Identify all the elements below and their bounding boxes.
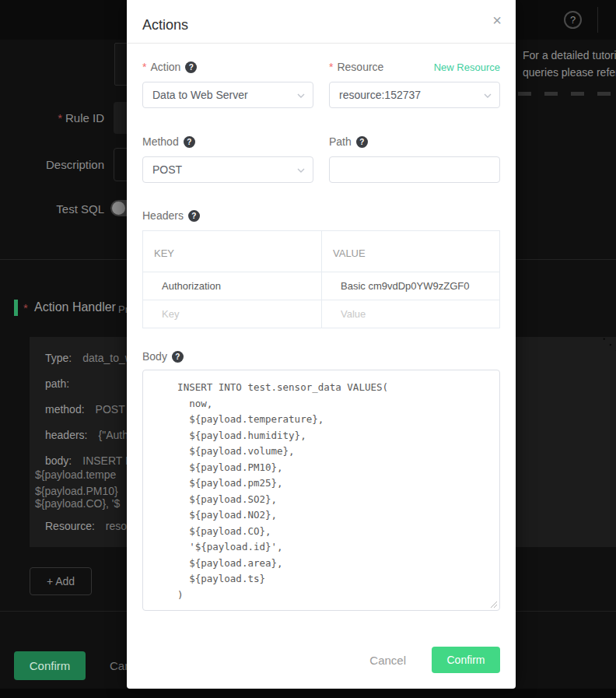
path-label-row: Path ? [329, 134, 500, 149]
card-line-type: Type:data_to_w [45, 352, 133, 364]
method-path-labels: Method ? Path ? [142, 134, 500, 149]
help-icon[interactable]: ? [184, 136, 195, 148]
chevron-down-icon [296, 91, 306, 100]
path-label: Path [329, 135, 352, 148]
help-icon[interactable]: ? [188, 210, 200, 222]
body-label-row: Body ? [142, 349, 500, 364]
confirm-button[interactable]: Confirm [432, 647, 500, 673]
diagonal-marks [599, 329, 616, 376]
chevron-down-icon [296, 166, 306, 175]
actions-modal: Actions × * Action ? * Resource New Reso… [127, 0, 516, 689]
action-select-value: Data to Web Server [152, 89, 248, 101]
modal-footer: Cancel Confirm [142, 647, 500, 673]
value-column-header: VALUE [321, 231, 499, 272]
card-line-method: method:POST [45, 403, 125, 416]
path-input[interactable] [329, 156, 500, 183]
card-line-resource: Resource:resou [45, 520, 133, 532]
help-icon[interactable]: ? [564, 11, 582, 29]
help-icon[interactable]: ? [172, 351, 184, 363]
action-label: Action [150, 61, 180, 73]
resource-label-row: * Resource New Resource [329, 59, 500, 75]
test-sql-label: Test SQL [0, 202, 104, 216]
modal-body: * Action ? * Resource New Resource Data … [127, 44, 516, 689]
help-icon[interactable]: ? [185, 61, 197, 73]
method-select-value: POST [152, 163, 182, 176]
required-asterisk: * [329, 61, 333, 73]
table-row: Authorization Basic cm9vdDp0YW9zZGF0 [143, 272, 499, 300]
method-path-inputs: POST [142, 156, 500, 183]
required-asterisk: * [58, 111, 62, 125]
navbar-divider [597, 7, 598, 33]
method-select[interactable]: POST [142, 156, 313, 183]
method-label-row: Method ? [142, 134, 313, 149]
header-value-cell[interactable]: Basic cm9vdDp0YW9zZGF0 [321, 272, 499, 300]
new-header-key-input[interactable] [162, 308, 310, 320]
resource-label: Resource [337, 61, 383, 73]
card-line-path: path: [45, 377, 80, 390]
body-editor-wrap: INSERT INTO test.sensor_data VALUES( now… [142, 370, 500, 611]
card-line-headers: headers:{"Auth [45, 429, 128, 441]
resource-select-value: resource:152737 [339, 89, 421, 101]
header-key-cell[interactable]: Authorization [143, 272, 321, 300]
toggle-knob [112, 202, 125, 215]
tutorial-line-2: queries please refer to [523, 64, 616, 81]
close-icon[interactable]: × [492, 12, 502, 28]
headers-table: KEY VALUE Authorization Basic cm9vdDp0YW… [142, 230, 500, 328]
key-column-header: KEY [143, 231, 321, 272]
required-asterisk: * [142, 61, 146, 73]
card-body-wrapped-1: ${payload.tempe [35, 468, 116, 481]
tutorial-text: For a detailed tutorial queries please r… [523, 47, 616, 81]
action-resource-inputs: Data to Web Server resource:152737 [142, 82, 500, 108]
tutorial-line-1: For a detailed tutorial [523, 47, 616, 64]
resize-handle-icon[interactable] [488, 599, 498, 609]
rule-id-label: *Rule ID [0, 111, 104, 125]
description-label: Description [0, 158, 104, 171]
resource-select[interactable]: resource:152737 [329, 82, 500, 108]
modal-header: Actions × [127, 0, 516, 44]
dashed-separator [518, 92, 616, 96]
page-bottom-strip [0, 689, 616, 698]
page-confirm-button[interactable]: Confirm [14, 651, 86, 680]
card-body-wrapped-3: ${payload.CO}, '$ [35, 497, 120, 510]
action-select[interactable]: Data to Web Server [142, 82, 313, 108]
section-accent-bar [14, 300, 18, 316]
body-label: Body [142, 350, 167, 363]
modal-title: Actions [142, 17, 188, 33]
chevron-down-icon [483, 91, 492, 100]
action-label-row: * Action ? [142, 59, 313, 75]
action-handler-title: Action Handler [34, 300, 116, 314]
add-action-button[interactable]: + Add [30, 567, 92, 595]
body-textarea[interactable]: INSERT INTO test.sensor_data VALUES( now… [142, 370, 500, 611]
table-row-new [143, 300, 499, 328]
required-asterisk: * [23, 301, 28, 314]
action-resource-labels: * Action ? * Resource New Resource [142, 59, 500, 75]
card-body-wrapped-2: ${payload.PM10} [35, 485, 118, 497]
help-icon[interactable]: ? [356, 136, 368, 148]
new-header-value-input[interactable] [341, 308, 488, 320]
headers-label: Headers [142, 209, 184, 222]
headers-label-row: Headers ? [142, 208, 500, 223]
card-line-body: body:INSERT IN [45, 454, 136, 467]
headers-table-head: KEY VALUE [143, 231, 499, 272]
method-label: Method [142, 135, 179, 148]
cancel-button[interactable]: Cancel [369, 654, 406, 667]
new-resource-link[interactable]: New Resource [434, 61, 500, 73]
